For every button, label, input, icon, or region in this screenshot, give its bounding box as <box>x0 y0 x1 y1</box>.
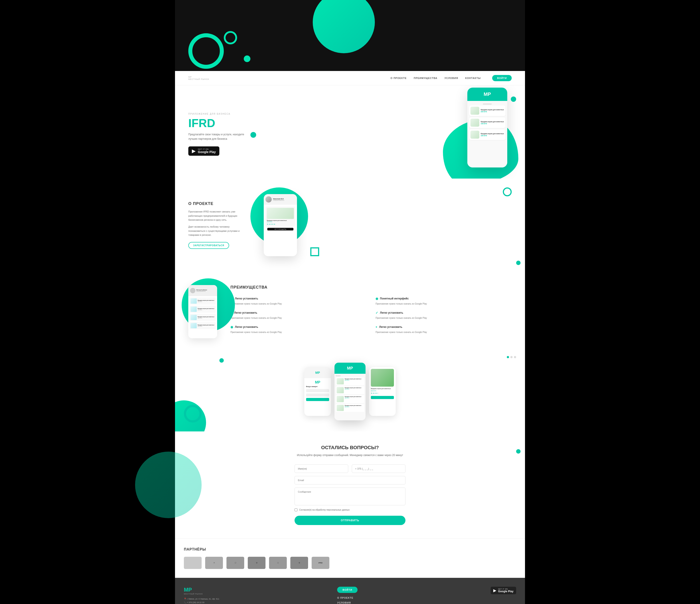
address-line: 📍 г. Минск, ул. К Хороша, 41, оф. 511 <box>184 597 330 601</box>
footer-right: ▶ GET IT ON Google Play <box>491 587 516 594</box>
dot-inactive <box>514 356 516 358</box>
star-2: ★ <box>373 393 374 394</box>
footer-google-play[interactable]: ▶ GET IT ON Google Play <box>491 587 516 594</box>
nav-conditions[interactable]: УСЛОВИЯ <box>445 77 458 79</box>
app-label: ПРИЛОЖЕНИЕ ДЛЯ БИЗНЕСА <box>188 113 250 115</box>
sp-item-text: Продажа коров для животных 220 BYN <box>345 405 361 411</box>
offer-stars: ★ ★ ★ ★ ★ <box>371 393 394 394</box>
login-logo: МР <box>306 380 329 384</box>
star-5: ★ <box>378 393 379 394</box>
contact-subtitle: Используйте форму отправки сообщений. Ме… <box>184 453 516 457</box>
adv-item-title: + Легко установить <box>376 325 512 329</box>
adv-item-desc: Приложение нужно только скачать из Googl… <box>230 302 367 306</box>
partner-logo-3: ⬡ <box>226 557 244 569</box>
about-text: О ПРОЕКТЕ Приложение IFRD позволяет связ… <box>188 201 242 249</box>
sp-item: Продажа коров для животных 150 BYN <box>336 386 364 394</box>
phone-input[interactable] <box>352 464 405 473</box>
footer-nav-conditions[interactable]: УСЛОВИЯ <box>337 601 484 604</box>
form-row-2 <box>295 476 405 484</box>
catalog-label: Каталог <box>336 375 364 376</box>
phone-line: 📞 + 375 (29) 19 22 33 <box>184 601 330 604</box>
adv-phone-text: Личный кабинет Предприниматель <box>196 289 207 292</box>
star: ★ <box>269 223 270 225</box>
sp-item-text: Продажа коров для животных 200 BYN <box>345 378 361 384</box>
footer-nav-about[interactable]: О ПРОЕКТЕ <box>337 597 484 599</box>
hero-phone: МР Продажа коров для животных 200 BYN <box>467 87 507 168</box>
adv-item-desc: Приложение нужно только скачать из Googl… <box>376 302 512 306</box>
adv-item-3: + Легко установить Приложение нужно толь… <box>230 311 367 320</box>
login-btn[interactable] <box>306 398 329 401</box>
adv-sub: Предприниматель <box>196 291 207 292</box>
email-input[interactable] <box>295 476 405 484</box>
footer-play-text: GET IT ON Google Play <box>498 588 514 593</box>
footer-login-btn[interactable]: ВОЙТИ <box>337 587 357 593</box>
submit-button[interactable]: ОТПРАВИТЬ <box>295 516 405 525</box>
item-title: Продажа коров для животных <box>481 121 504 122</box>
sp-item: Продажа коров для животных 180 BYN <box>336 395 364 403</box>
form-row-1 <box>295 464 405 473</box>
star: ★ <box>267 223 268 225</box>
star-1: ★ <box>371 393 372 394</box>
get-it-text: GET IT ON <box>198 148 216 150</box>
partner-logo-5: ⬡ <box>269 557 287 569</box>
login-input-2[interactable] <box>306 394 329 397</box>
about-para2: Дает возможность любому человеку познако… <box>188 225 242 237</box>
adv-item-image <box>191 298 197 304</box>
about-heading: О ПРОЕКТЕ <box>188 201 242 206</box>
nav-about[interactable]: О ПРОЕКТЕ <box>391 77 407 79</box>
item-image <box>470 131 479 139</box>
about-para1: Приложение IFRD позволяет связать уже ра… <box>188 210 242 222</box>
name-input[interactable] <box>295 464 348 473</box>
consent-checkbox[interactable] <box>295 508 297 511</box>
phone-item: Продажа коров для животных 150 BYN <box>469 117 505 128</box>
play-triangle-icon: ▶ <box>192 148 196 154</box>
adv-phone-body: Продажа коров для животных 200 BYN Прода… <box>188 296 217 332</box>
item-price: 180 BYN <box>481 135 504 136</box>
consent-label: Согласие(я) на обработку персональных да… <box>299 509 350 511</box>
main-site: МР Местный рынок О ПРОЕКТЕ ПРЕИМУЩЕСТВА … <box>175 71 525 604</box>
adv-item-1: ✓ Легко установить Приложение нужно толь… <box>230 297 367 306</box>
item-title: Продажа коров для животных <box>481 133 504 134</box>
adv-phone-item: Продажа коров для животных 180 BYN <box>190 314 216 321</box>
plus-icon-2: + <box>376 325 377 329</box>
item-text: Продажа коров для животных 180 BYN <box>481 133 504 136</box>
nav-contacts[interactable]: КОНТАКТЫ <box>465 77 481 79</box>
star: ★ <box>274 223 275 225</box>
nav-links: О ПРОЕКТЕ ПРЕИМУЩЕСТВА УСЛОВИЯ КОНТАКТЫ … <box>391 75 512 81</box>
adv-item-text: Продажа коров для животных 220 BYN <box>198 324 214 327</box>
advantages-heading: ПРЕИМУЩЕСТВА <box>230 285 512 290</box>
hero-title: IFRD <box>188 117 250 129</box>
sp-item-image <box>337 387 344 393</box>
star: ★ <box>272 223 273 225</box>
about-phone-wrapper: Николаев В.И. Предприниматель Продажа ко… <box>255 192 321 258</box>
nav-advantages[interactable]: ПРЕИМУЩЕСТВА <box>414 77 438 79</box>
navbar: МР Местный рынок О ПРОЕКТЕ ПРЕИМУЩЕСТВА … <box>175 71 525 85</box>
login-button[interactable]: ВОЙТИ <box>492 75 512 81</box>
login-input-1[interactable] <box>306 389 329 392</box>
adv-price: 180 BYN <box>198 318 214 319</box>
login-phone-header: МР <box>304 367 331 378</box>
offer-image <box>267 208 294 219</box>
circle-icon: ◉ <box>230 325 233 329</box>
advantages-section: Личный кабинет Предприниматель Продажа к… <box>175 272 525 352</box>
message-textarea[interactable] <box>295 487 405 505</box>
partner-logo-1 <box>184 557 202 569</box>
partners-heading: ПАРТНЁРЫ <box>184 548 516 551</box>
phone-notch <box>483 104 492 104</box>
google-play-text: Google Play <box>198 150 216 154</box>
offer-detail-title: Продажа коров для животных <box>371 388 394 389</box>
contact-heading: ОСТАЛИСЬ ВОПРОСЫ? <box>184 445 516 451</box>
item-text: Продажа коров для животных 200 BYN <box>481 109 504 112</box>
carousel-indicator <box>507 356 516 358</box>
adv-phone: Личный кабинет Предприниматель Продажа к… <box>188 285 217 338</box>
adv-phone-item: Продажа коров для животных 220 BYN <box>190 322 216 329</box>
footer: МР Местный рынок 📍 г. Минск, ул. К Хорош… <box>175 578 525 604</box>
advantages-content: ПРЕИМУЩЕСТВА ✓ Легко установить Приложен… <box>230 285 512 334</box>
offer-contact-btn[interactable] <box>371 396 394 399</box>
dot-active <box>507 356 509 358</box>
offer-phone: Продажа коров для животных 200 BYN ★ ★ ★… <box>369 367 396 416</box>
sp-item-text: Продажа коров для животных 180 BYN <box>345 396 361 402</box>
offer-big-image <box>371 369 394 387</box>
register-button[interactable]: ЗАРЕГИСТРИРОВАТЬСЯ <box>188 242 229 249</box>
google-play-button[interactable]: ▶ GET IT ON Google Play <box>188 146 219 156</box>
